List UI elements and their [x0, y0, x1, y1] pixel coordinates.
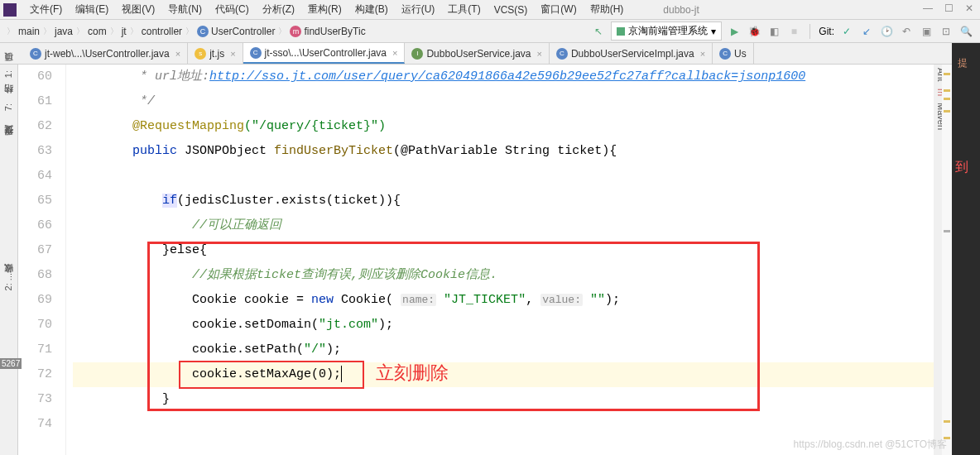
menu-build[interactable]: 构建(B)	[348, 0, 395, 19]
structure-icon[interactable]: ⊡	[939, 24, 954, 39]
java-file-icon: C	[30, 48, 41, 60]
code-string: "jt.com"	[319, 318, 378, 332]
tab-close-icon[interactable]: ×	[700, 49, 705, 59]
tab-label: DubboUserService.java	[426, 48, 531, 60]
run-config-select[interactable]: 京淘前端管理系统 ▾	[611, 22, 722, 41]
code-text: Cookie cookie =	[192, 293, 311, 307]
chevron-down-icon: ▾	[711, 26, 716, 37]
git-revert-icon[interactable]: ↶	[899, 24, 914, 39]
class-icon: C	[197, 26, 209, 37]
tab-close-icon[interactable]: ×	[392, 48, 397, 58]
code-string: "/"	[304, 342, 326, 357]
close-icon[interactable]: ✕	[965, 2, 973, 14]
sidebar-project[interactable]: 1: 项目	[0, 65, 17, 81]
fold-badge: 5267	[0, 358, 22, 369]
crumb-com[interactable]: com	[88, 26, 107, 37]
error-stripe[interactable]	[942, 65, 952, 455]
git-update-icon[interactable]: ✓	[839, 24, 854, 39]
run-icon[interactable]: ▶	[727, 24, 742, 39]
menu-bar: 文件(F) 编辑(E) 视图(V) 导航(N) 代码(C) 分析(Z) 重构(R…	[0, 0, 980, 20]
code-kw: if	[162, 194, 177, 208]
tab-label: jt-sso\...\UserController.java	[265, 47, 387, 59]
external-panel: 提 到	[952, 43, 980, 455]
tab-dubbouserserviceimpl[interactable]: C DubboUserServiceImpl.java ×	[550, 43, 713, 64]
tab-label: Us	[734, 48, 747, 60]
tab-jtjs[interactable]: s jt.js ×	[188, 43, 243, 64]
sidebar-favorites[interactable]: 2: 收藏...	[0, 270, 17, 294]
menu-code[interactable]: 代码(C)	[209, 0, 256, 19]
stop-icon[interactable]: ■	[786, 24, 801, 39]
debug-icon[interactable]: 🐞	[747, 24, 761, 39]
project-name: dubbo-jt	[663, 4, 699, 16]
code-text: );	[605, 293, 620, 307]
code-string: ""	[583, 293, 605, 307]
tab-close-icon[interactable]: ×	[537, 49, 542, 59]
sidebar-structure[interactable]: 7: 结构	[0, 98, 17, 114]
git-pull-icon[interactable]: ↙	[859, 24, 874, 39]
method-icon: m	[290, 26, 301, 37]
param-hint: name:	[401, 294, 436, 306]
code-string: "JT_TICKET"	[436, 293, 526, 307]
tab-jtsso-usercontroller[interactable]: C jt-sso\...\UserController.java ×	[243, 43, 406, 64]
code-text: ,	[526, 293, 540, 307]
menu-refactor[interactable]: 重构(R)	[301, 0, 348, 19]
code-url: http://sso.jt.com/user/query/ca620491866…	[209, 69, 805, 84]
crumb-controller[interactable]: controller	[142, 26, 182, 37]
external-tip-text: 提	[952, 43, 973, 56]
tab-label: jt-web\...\UserController.java	[45, 48, 170, 60]
annotation-text: 立刻删除	[376, 361, 449, 386]
menu-run[interactable]: 运行(U)	[395, 0, 442, 19]
maximize-icon[interactable]: ☐	[944, 2, 954, 14]
crumb-method-label: findUserByTic	[304, 26, 365, 37]
left-toolwindow-bar: 1: 项目 7: 结构 提交进程 2: 收藏...	[0, 65, 18, 455]
menu-analyze[interactable]: 分析(Z)	[256, 0, 301, 19]
param-hint: value:	[540, 294, 583, 306]
crumb-class[interactable]: C UserController	[197, 26, 275, 37]
code-text: Cookie(	[334, 293, 401, 307]
code-annotation: @RequestMapping	[132, 119, 244, 133]
crumb-jt[interactable]: jt	[122, 26, 127, 37]
java-file-icon: C	[719, 48, 731, 60]
minimize-icon[interactable]: —	[923, 2, 933, 14]
sidebar-commit[interactable]: 提交进程	[0, 139, 17, 146]
menu-help[interactable]: 帮助(H)	[584, 0, 631, 19]
menu-file[interactable]: 文件(F)	[23, 0, 69, 19]
tab-label: DubboUserServiceImpl.java	[571, 48, 694, 60]
tab-us[interactable]: C Us	[713, 43, 754, 64]
back-icon[interactable]: ↖	[591, 24, 606, 39]
git-history-icon[interactable]: 🕑	[879, 24, 894, 39]
code-editor[interactable]: 60 61 62 63 64 65 66 67 68 69 70 71 72 7…	[18, 65, 934, 455]
code-text: cookie.setDomain(	[192, 318, 319, 332]
code-text: (jedisCluster.exists(ticket)){	[177, 194, 401, 208]
java-file-icon: C	[250, 47, 262, 59]
menu-tools[interactable]: 工具(T)	[441, 0, 487, 19]
menu-view[interactable]: 视图(V)	[115, 0, 161, 19]
tab-dubbouserservice[interactable]: I DubboUserService.java ×	[405, 43, 550, 64]
code-text: }	[162, 392, 170, 406]
gutter: 60 61 62 63 64 65 66 67 68 69 70 71 72 7…	[18, 65, 66, 455]
code-string: ("/query/{ticket}")	[244, 119, 386, 133]
tab-jtweb-usercontroller[interactable]: C jt-web\...\UserController.java ×	[23, 43, 188, 64]
tab-close-icon[interactable]: ×	[230, 49, 235, 59]
code-body[interactable]: * url地址:http://sso.jt.com/user/query/ca6…	[66, 65, 934, 455]
tab-close-icon[interactable]: ×	[175, 49, 180, 59]
crumb-method[interactable]: m findUserByTic	[290, 26, 365, 37]
coverage-icon[interactable]: ◧	[766, 24, 781, 39]
menu-window[interactable]: 窗口(W)	[534, 0, 583, 19]
code-comment: //可以正确返回	[192, 218, 281, 232]
spring-icon	[617, 27, 625, 36]
search-icon[interactable]: 🔍	[958, 24, 973, 39]
menu-vcs[interactable]: VCS(S)	[488, 2, 535, 18]
crumb-java[interactable]: java	[55, 26, 73, 37]
watermark: https://blog.csdn.net @51CTO博客	[794, 438, 947, 452]
run-config-label: 京淘前端管理系统	[628, 24, 708, 38]
code-method: findUserByTicket	[274, 144, 393, 158]
settings-icon[interactable]: ▣	[919, 24, 934, 39]
code-text: }else{	[162, 243, 207, 257]
code-kw: public	[132, 144, 177, 158]
code-doc: * url地址:	[73, 69, 209, 84]
menu-edit[interactable]: 编辑(E)	[69, 0, 115, 19]
crumb-main[interactable]: main	[18, 26, 40, 37]
code-kw: new	[311, 293, 334, 307]
menu-navigate[interactable]: 导航(N)	[161, 0, 209, 19]
